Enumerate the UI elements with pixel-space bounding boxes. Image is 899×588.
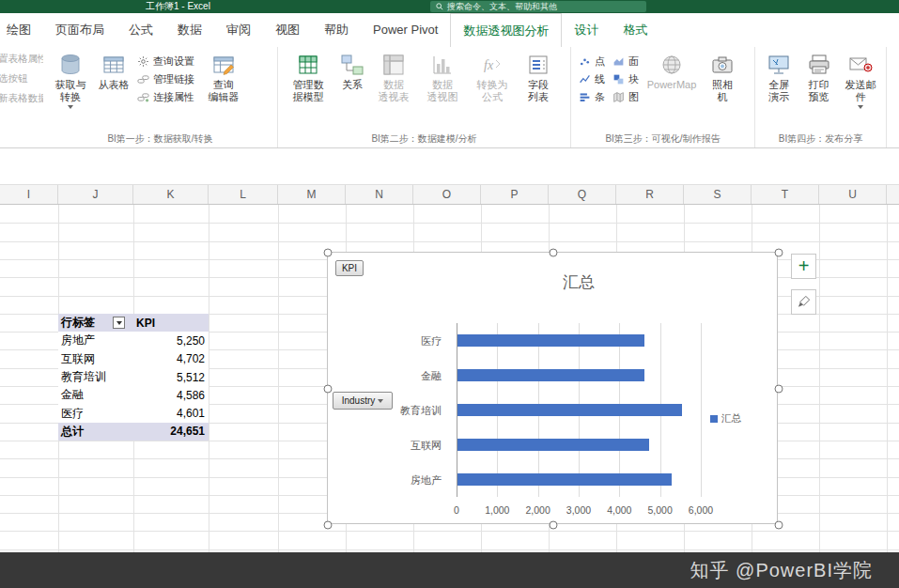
ribbon-cut-label[interactable]: 置表格属性 [0, 53, 43, 66]
column-header-U[interactable]: U [819, 185, 887, 204]
block-chart-button[interactable]: 块 [610, 70, 642, 88]
title-bar: 工作簿1 - Excel 搜索命令、文本、帮助和其他 [0, 0, 899, 13]
manage-links-button[interactable]: 管理链接 [134, 70, 197, 88]
pivot-table-icon [381, 53, 406, 77]
dot-chart-button[interactable]: 点 [576, 53, 608, 70]
column-header-I[interactable]: I [0, 185, 58, 204]
ribbon-tab-1[interactable]: 绘图 [0, 13, 43, 47]
chart-bar[interactable] [457, 439, 649, 451]
column-header-T[interactable]: T [752, 185, 819, 204]
get-transform-label: 获取与 转换 [55, 79, 86, 103]
pivot-table-label: 数据 透视表 [379, 79, 410, 103]
selection-handle[interactable] [324, 385, 333, 394]
column-header-J[interactable]: J [58, 185, 133, 204]
connection-props-button[interactable]: 连接属性 [134, 88, 197, 106]
fullscreen-button[interactable]: 全屏 演示 [760, 51, 798, 105]
ribbon-tab-3[interactable]: 公式 [116, 13, 165, 47]
query-editor-button[interactable]: 查询 编辑器 [199, 51, 248, 105]
pivot-table[interactable]: 行标签 KPI 房地产5,250互联网4,702教育培训5,512金融4,586… [58, 314, 209, 441]
selection-handle[interactable] [775, 249, 783, 257]
category-label: 互联网 [328, 439, 449, 453]
column-header-N[interactable]: N [346, 185, 413, 204]
value-field-button[interactable]: KPI [335, 260, 364, 276]
ribbon-tab-5[interactable]: 审阅 [214, 13, 263, 47]
bar-chart-button[interactable]: 条 [576, 88, 608, 106]
chart-bar[interactable] [457, 404, 682, 416]
pivot-row[interactable]: 教育培训5,512 [58, 368, 209, 386]
ribbon-tab-8[interactable]: Power Pivot [361, 13, 450, 47]
ribbon-tab-10[interactable]: 设计 [562, 13, 611, 47]
ribbon-cut-label[interactable]: 选按钮 [0, 72, 43, 85]
pivot-row[interactable]: 医疗4,601 [58, 404, 209, 422]
pivot-chart-icon [430, 53, 455, 77]
ribbon-tab-4[interactable]: 数据 [165, 13, 214, 47]
column-header-M[interactable]: M [278, 185, 346, 204]
relationships-label: 关系 [342, 79, 363, 91]
ribbon-tab-2[interactable]: 页面布局 [43, 13, 116, 47]
pivot-row[interactable]: 互联网4,702 [58, 350, 209, 368]
camera-button[interactable]: 照相 机 [702, 51, 743, 105]
relationships-button[interactable]: 关系 [335, 51, 369, 93]
manage-links-label: 管理链接 [153, 72, 194, 86]
ribbon-tabs: 绘图页面布局公式数据审阅视图帮助Power Pivot数据透视图分析设计格式 [0, 13, 899, 47]
pivot-row[interactable]: 房地产5,250 [58, 332, 209, 349]
ribbon-cut-label[interactable]: 新表格数据 [0, 92, 43, 105]
query-settings-column: 查询设置 管理链接 连接属性 [134, 51, 197, 106]
field-list-button[interactable]: 字段 列表 [518, 51, 559, 105]
chart-styles-button[interactable] [791, 289, 816, 315]
print-preview-button[interactable]: 打印 预览 [799, 51, 837, 105]
area-chart-button[interactable]: 面 [610, 53, 642, 70]
column-header-K[interactable]: K [133, 185, 209, 204]
selection-handle[interactable] [550, 249, 558, 257]
from-table-button[interactable]: 从表格 [95, 51, 132, 93]
block-chart-icon [612, 73, 625, 85]
column-header-L[interactable]: L [209, 185, 278, 204]
search-input[interactable]: 搜索命令、文本、帮助和其他 [430, 1, 646, 12]
field-list-label: 字段 列表 [528, 79, 549, 103]
database-icon [58, 53, 83, 77]
filter-dropdown-button[interactable] [113, 317, 125, 329]
axis-field-label: Industry [342, 395, 376, 406]
selection-handle[interactable] [775, 385, 783, 394]
plot-area [457, 323, 701, 497]
pivot-chart[interactable]: KPI 汇总 医疗金融教育培训互联网房地产 01,0002,0003,0004,… [327, 252, 778, 524]
query-settings-button[interactable]: 查询设置 [134, 53, 197, 70]
column-header-P[interactable]: P [481, 185, 549, 204]
chevron-down-icon [858, 105, 863, 109]
chevron-down-icon [378, 399, 383, 403]
axis-field-button[interactable]: Industry [333, 392, 393, 410]
pivot-value-header: KPI [133, 317, 209, 330]
ribbon-tab-11[interactable]: 格式 [611, 13, 659, 47]
column-header-Q[interactable]: Q [549, 185, 616, 204]
selection-handle[interactable] [775, 521, 783, 530]
chart-bar[interactable] [457, 334, 644, 347]
send-mail-button[interactable]: 发送邮 件 [840, 51, 881, 111]
value-axis-tick: 6,000 [677, 504, 724, 516]
chart-bar[interactable] [457, 369, 644, 381]
column-header-R[interactable]: R [616, 185, 684, 204]
line-chart-icon [579, 73, 591, 85]
line-chart-button[interactable]: 线 [576, 70, 608, 88]
column-header-S[interactable]: S [684, 185, 752, 204]
chart-legend: 汇总 [710, 412, 741, 426]
from-table-label: 从表格 [99, 79, 130, 91]
ribbon-tab-6[interactable]: 视图 [263, 13, 312, 47]
chart-bar[interactable] [457, 473, 672, 486]
get-transform-button[interactable]: 获取与 转换 [48, 51, 93, 111]
chart-elements-button[interactable]: + [791, 254, 816, 279]
ribbon-group-bi4: 全屏 演示 打印 预览 发送邮 件 BI第四步：发布分享 [755, 47, 887, 147]
ribbon-tab-9[interactable]: 数据透视图分析 [450, 13, 562, 47]
manage-data-model-button[interactable]: 管理数 据模型 [283, 51, 333, 105]
print-preview-label: 打印 预览 [809, 79, 829, 103]
value-field-label: KPI [342, 263, 357, 273]
selection-handle[interactable] [324, 521, 333, 530]
map-chart-button[interactable]: 图 [610, 88, 642, 106]
selection-handle[interactable] [324, 249, 333, 257]
pivot-row[interactable]: 金融4,586 [58, 386, 209, 404]
manage-data-model-label: 管理数 据模型 [293, 79, 324, 103]
ribbon-tab-7[interactable]: 帮助 [312, 13, 361, 47]
ribbon-group-bi1: 获取与 转换 从表格 查询设置 管理链接 [43, 47, 278, 147]
selection-handle[interactable] [550, 521, 558, 530]
column-header-O[interactable]: O [413, 185, 481, 204]
plus-icon: + [798, 256, 810, 275]
